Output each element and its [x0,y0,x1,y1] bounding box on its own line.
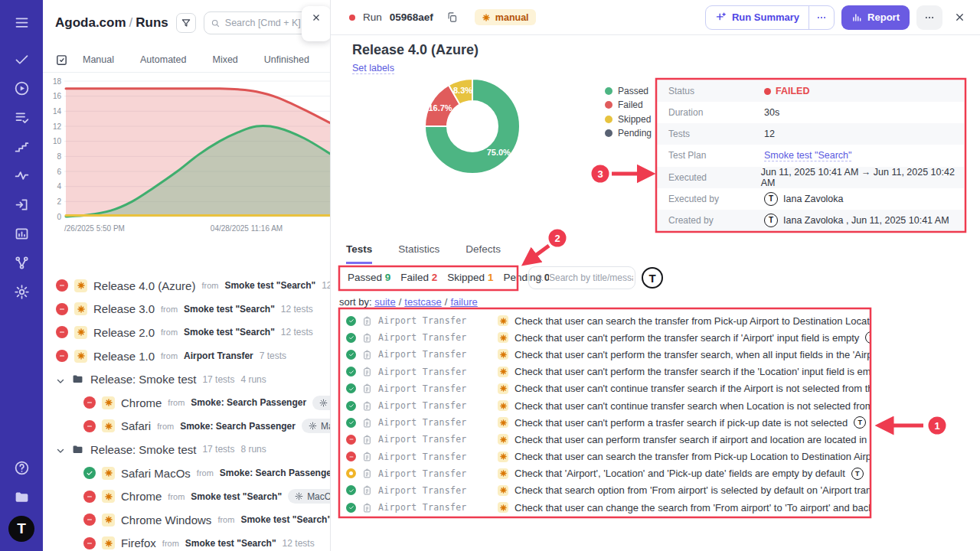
sort-link-suite[interactable]: suite [374,296,395,308]
passed-status-icon [346,333,356,343]
check-nav-item[interactable] [0,44,43,73]
sign-in-nav-item[interactable] [0,190,43,219]
test-title: Check that user can perform transfer sea… [514,434,871,445]
more-actions-button[interactable] [916,5,942,30]
test-row[interactable]: Airport TransferCheck that user can't pe… [339,346,871,363]
run-row[interactable]: Release 4.0 (Azure)fromSmoke test "Searc… [43,274,330,298]
test-row[interactable]: Airport TransferCheck that 'Airport', 'L… [339,465,871,482]
legend-item-failed[interactable]: Failed [605,98,652,112]
sidebar-bottom: T [0,453,43,545]
run-group-row[interactable]: Release: Smoke test17 tests8 runs [43,438,330,461]
test-row[interactable]: Airport TransferCheck that search option… [339,482,871,499]
select-runs-icon[interactable] [55,54,68,67]
sort-separator: / [442,296,451,308]
help-nav-item[interactable] [0,453,43,482]
sort-by-label: sort by: [339,296,374,308]
svg-text:8.3%: 8.3% [453,86,472,95]
clipboard-icon [362,468,372,479]
test-row[interactable]: Airport TransferCheck that user can sear… [339,312,871,329]
docs-nav-item[interactable] [0,482,43,511]
test-row[interactable]: Airport TransferCheck that user can chan… [339,499,871,516]
gear-nav-item[interactable] [0,277,43,306]
runs-tab-unfinished[interactable]: Unfinished [251,54,322,65]
assignee-filter-avatar[interactable]: T [642,267,663,289]
test-row[interactable]: Airport TransferCheck that user can't pe… [339,364,871,380]
list-check-nav-item[interactable] [0,103,43,132]
tests-search[interactable] [528,266,635,289]
test-row[interactable]: Airport TransferCheck that user can't pe… [339,414,871,431]
chevron-down-icon[interactable] [56,375,65,384]
run-row[interactable]: FirefoxfromSmoke test "Search"12 tests [43,532,330,551]
clipboard-icon [362,400,372,412]
sort-link-failure[interactable]: failure [450,296,477,308]
run-row[interactable]: SafarifromSmoke: Search PassengerMacOSSa… [43,415,330,439]
test-row[interactable]: Airport TransferCheck that user can sear… [339,448,871,465]
run-row[interactable]: Release 3.0fromSmoke test "Search"12 tes… [43,298,330,321]
run-name: Chrome [121,396,162,409]
menu-icon[interactable] [0,8,43,37]
app-logo[interactable]: T [8,516,34,542]
tab-defects[interactable]: Defects [466,243,501,264]
branch-nav-item[interactable] [0,248,43,277]
report-button[interactable]: Report [841,5,910,30]
runs-tab-manual[interactable]: Manual [70,54,127,65]
tab-tests[interactable]: Tests [346,243,372,264]
run-row[interactable]: ChromefromSmoke test "Search"MacOSChrome… [43,484,330,508]
test-row[interactable]: Airport TransferCheck that user can't pe… [339,329,871,346]
run-group-row[interactable]: Release: Smoke test17 tests4 runs [43,367,330,391]
manual-run-icon [482,13,491,22]
test-plan-link[interactable]: Smoke test "Search" [764,150,851,161]
user-name: Iana Zavoloka , Jun 11, 2025 10:41 AM [783,215,949,226]
passed-status-icon [346,485,356,495]
runs-tab-automated[interactable]: Automated [127,54,199,65]
user-avatar: T [764,214,778,227]
run-row[interactable]: Chrome WindowsfromSmoke test "Search"Win… [43,508,330,532]
test-suite-name: Airport Transfer [378,367,492,377]
set-labels-link[interactable]: Set labels [352,63,394,74]
runs-search-input[interactable] [225,18,302,28]
search-icon [535,273,544,282]
steps-nav-item[interactable] [0,132,43,161]
legend-item-pending[interactable]: Pending [605,126,652,140]
chevron-down-icon[interactable] [56,445,65,454]
run-tests-count: 12 tests [281,304,313,315]
runs-tab-mixed[interactable]: Mixed [199,54,250,65]
run-summary-more-button[interactable] [808,6,834,29]
test-row[interactable]: Airport TransferCheck that user can perf… [339,431,871,448]
sort-link-testcase[interactable]: testcase [404,296,441,308]
run-row[interactable]: Release 1.0fromAirport Transfer7 tests [43,344,330,368]
runs-tab-groups[interactable]: Groups [322,54,331,65]
test-row[interactable]: Airport TransferCheck that user can't co… [339,380,871,397]
svg-text:14: 14 [53,107,62,116]
bar-chart-nav-item[interactable] [0,219,43,248]
sidebar-bottom-icons [0,453,43,511]
legend-item-passed[interactable]: Passed [605,84,652,98]
project-name[interactable]: Agoda.com [55,15,126,30]
close-run-button[interactable] [949,8,969,28]
run-row[interactable]: ChromefromSmoke: Search PassengerMacOSCh… [43,391,330,415]
manual-run-icon [498,452,508,462]
close-panel-icon[interactable] [311,12,322,23]
run-summary-button[interactable]: Run Summary [705,5,835,30]
steps-icon [14,139,30,155]
pulse-nav-item[interactable] [0,161,43,190]
tests-search-input[interactable] [549,272,633,283]
menu-button[interactable] [0,8,43,37]
section-name: Runs [136,15,168,30]
tab-statistics[interactable]: Statistics [398,243,439,264]
failed-status-icon [83,491,96,503]
bar-chart-icon [14,226,30,242]
run-row[interactable]: Release 2.0fromSmoke test "Search"12 tes… [43,321,330,344]
runs-search[interactable] [204,11,312,34]
copy-run-id-button[interactable] [444,9,461,26]
failed-status-icon [56,326,68,338]
play-circle-nav-item[interactable] [0,73,43,103]
details-label: Executed [657,172,761,183]
filter-button[interactable] [176,13,196,33]
legend-item-skipped[interactable]: Skipped [605,112,652,126]
run-name: Safari [121,419,151,432]
collapse-panel-icon[interactable] [311,29,322,35]
run-row[interactable]: Safari MacOsfromSmoke: Search PassengerS… [43,461,330,485]
test-row[interactable]: Airport TransferCheck that user can't co… [339,397,871,414]
donut-legend: PassedFailedSkippedPending [605,84,652,140]
